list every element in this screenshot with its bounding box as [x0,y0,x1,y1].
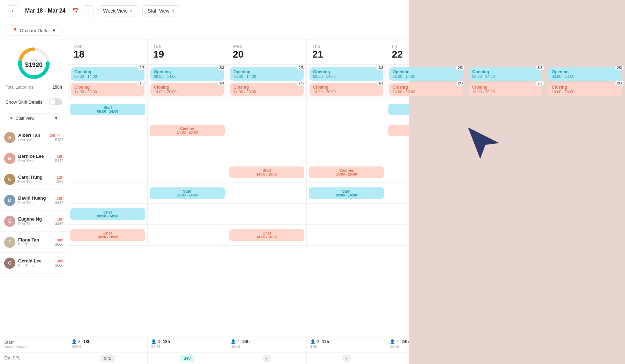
sched-block-6-5[interactable]: Chef14:00 - 20:00 [468,229,543,241]
prev-week-button[interactable]: ‹ [7,5,18,16]
avatar-2: C [4,174,15,185]
delete-button[interactable]: 🗑 [490,4,504,17]
sched-block-0-0[interactable]: Staff08:00 - 14:00 [70,104,145,115]
cell-6-3[interactable] [307,225,386,245]
cell-0-2[interactable] [227,99,307,120]
opening-block-0[interactable]: 2/3 Opening 08:00 - 14:00 [71,67,144,81]
opening-block-4[interactable]: 2/3 Opening 08:00 - 14:00 [389,67,463,81]
sched-block-0-4[interactable]: Staff08:00 - 14:00 [388,104,463,115]
cell-1-0[interactable] [68,120,148,141]
footer-splh-cell-3: - [307,353,386,364]
cell-5-4[interactable] [386,204,466,224]
opening-block-2[interactable]: 2/3 Opening 08:00 - 14:00 [230,67,304,81]
location-dropdown[interactable]: 📍 Orchard Outlet ▼ [7,25,61,36]
staff-view-row: 👁 Staff View ▼ [0,110,68,127]
closing-block-6[interactable]: 2/3 Closing 14:00 - 20:00 [548,83,622,96]
request-button[interactable]: Request ▼ [541,5,576,16]
closing-block-2[interactable]: 2/3 Closing 14:00 - 20:00 [230,83,304,96]
cell-3-6[interactable] [545,162,625,183]
cell-2-4[interactable] [386,141,466,162]
export-button[interactable]: ↑ [524,4,537,17]
cost-label: cost [25,58,43,61]
opening-block-1[interactable]: 2/3 Opening 08:00 - 14:00 [150,67,224,81]
cell-1-4[interactable]: Cashier14:00 - 20:00 [386,120,466,141]
sched-block-3-5[interactable]: Cashier14:00 - 20:00 [468,166,543,178]
cell-4-0[interactable] [68,183,148,203]
cell-1-2[interactable] [227,120,307,141]
cell-2-2[interactable] [227,141,307,162]
cell-6-5[interactable]: Chef14:00 - 20:00 [466,225,545,245]
sched-block-1-4[interactable]: Cashier14:00 - 20:00 [388,125,463,136]
closing-block-0[interactable]: 1/3 Closing 14:00 - 20:00 [71,83,144,96]
cell-0-1[interactable] [148,99,227,120]
sched-block-1-6[interactable]: Cashier14:00 - 20:00 [548,125,623,136]
closing-block-5[interactable]: 2/3 Closing 14:00 - 20:00 [469,83,542,96]
cell-3-3[interactable]: Cashier14:00 - 20:00 [307,162,386,183]
cell-4-3[interactable]: Staff08:00 - 14:00 [307,183,386,203]
sched-block-3-3[interactable]: Cashier14:00 - 20:00 [309,166,384,178]
calendar-icon[interactable]: 📅 [73,8,79,14]
staff-info-3: David Huang Part Time [18,195,55,205]
opening-block-5[interactable]: 3/3 Opening 08:00 - 14:00 [469,67,542,81]
opening-block-6[interactable]: 2/3 Opening 08:00 - 14:00 [548,67,622,81]
sched-block-3-2[interactable]: Staff14:00 - 20:00 [229,166,304,178]
cell-1-6[interactable]: Cashier14:00 - 20:00 [545,120,625,141]
cell-3-1[interactable] [148,162,227,183]
cell-6-2[interactable]: Chef14:00 - 20:00 [227,225,307,245]
cell-5-3[interactable] [307,204,386,224]
sched-block-6-2[interactable]: Chef14:00 - 20:00 [229,229,304,241]
publish-button[interactable]: Publish [580,5,618,17]
cell-0-5[interactable] [466,99,545,120]
cell-1-3[interactable] [307,120,386,141]
staff-view-dropdown-left[interactable]: 👁 Staff View ▼ [6,113,62,123]
shift-col-1: 2/3 Opening 08:00 - 14:00 1/3 Closing 14… [148,67,227,96]
sched-block-5-0[interactable]: Chef08:00 - 14:00 [70,208,145,220]
closing-block-4[interactable]: 2/3 Closing 14:00 - 20:00 [389,83,463,96]
cell-3-0[interactable] [68,162,148,183]
staff-view-dropdown-top[interactable]: Staff View ▼ [142,5,180,16]
cell-4-5[interactable] [466,183,545,203]
sched-block-4-3[interactable]: Staff08:00 - 14:00 [309,187,384,199]
staff-row-0: A Albert Tan Part Time 24h +4h $192 [0,127,68,148]
cell-5-0[interactable]: Chef08:00 - 14:00 [68,204,148,224]
sched-block-1-1[interactable]: Cashier14:00 - 20:00 [150,125,225,136]
copy-button[interactable]: ⧉ [507,4,520,17]
cell-4-6[interactable] [545,183,625,203]
cell-5-2[interactable] [227,204,307,224]
sched-block-4-1[interactable]: Staff08:00 - 14:00 [150,187,225,199]
cell-2-6[interactable] [545,141,625,162]
week-view-dropdown[interactable]: Week View ▼ [98,5,138,16]
cell-5-5[interactable] [466,204,545,224]
next-week-button[interactable]: › [83,5,94,16]
cell-2-0[interactable] [68,141,148,162]
cell-6-0[interactable]: Chef14:00 - 20:00 [68,225,148,245]
cell-5-6[interactable] [545,204,625,224]
cell-5-1[interactable] [148,204,227,224]
cell-6-1[interactable] [148,225,227,245]
cell-6-4[interactable] [386,225,466,245]
closing-block-1[interactable]: 1/3 Closing 14:00 - 20:00 [150,83,224,96]
cell-2-3[interactable] [307,141,386,162]
cell-6-6[interactable]: Chef14:00 - 20:00 [545,225,625,245]
sub-header: 📍 Orchard Outlet ▼ [0,22,625,39]
sched-block-0-6[interactable]: Staff08:00 - 14:00 [548,104,623,115]
cell-2-1[interactable] [148,141,227,162]
closing-block-3[interactable]: 1/3 Closing 14:00 - 20:00 [310,83,383,96]
people-icon: 👤 [151,339,156,344]
cell-4-4[interactable] [386,183,466,203]
cell-3-2[interactable]: Staff14:00 - 20:00 [227,162,307,183]
splh-badge-1: $40 [180,355,194,362]
cell-0-6[interactable]: Staff08:00 - 14:00 [545,99,625,120]
opening-block-3[interactable]: 1/3 Opening 08:00 - 14:00 [310,67,383,81]
sched-block-6-0[interactable]: Chef14:00 - 20:00 [70,229,145,241]
show-shift-details-toggle[interactable] [49,98,62,105]
cell-3-4[interactable] [386,162,466,183]
cell-0-3[interactable] [307,99,386,120]
cell-1-1[interactable]: Cashier14:00 - 20:00 [148,120,227,141]
cell-4-1[interactable]: Staff08:00 - 14:00 [148,183,227,203]
cell-3-5[interactable]: Cashier14:00 - 20:00 [466,162,545,183]
sched-block-6-6[interactable]: Chef14:00 - 20:00 [548,229,623,241]
cell-4-2[interactable] [227,183,307,203]
cell-0-0[interactable]: Staff08:00 - 14:00 [68,99,148,120]
cell-0-4[interactable]: Staff08:00 - 14:00 [386,99,466,120]
